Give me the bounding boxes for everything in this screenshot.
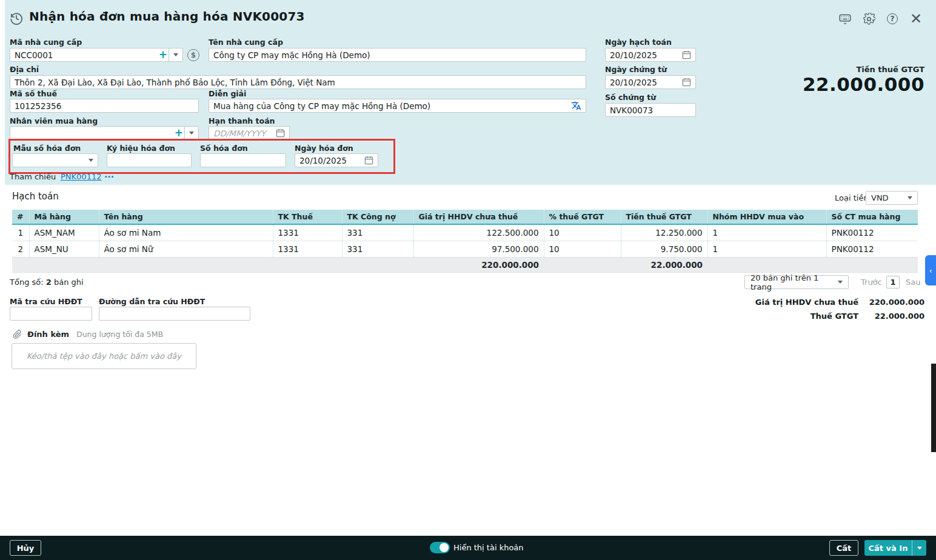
payment-due-label: Hạn thanh toán — [209, 116, 275, 125]
supplier-code-input[interactable] — [15, 50, 158, 60]
calendar-icon[interactable] — [276, 128, 285, 138]
invoice-date-field[interactable] — [295, 153, 378, 167]
add-buyer-icon[interactable]: + — [173, 128, 184, 138]
col-tax-account[interactable]: TK Thuế — [273, 210, 342, 224]
invoice-symbol-field[interactable] — [107, 153, 192, 167]
page-title: Nhận hóa đơn mua hàng hóa NVK00073 — [29, 9, 305, 24]
collapse-panel-tab[interactable]: ‹ — [925, 255, 936, 285]
col-purchase-doc[interactable]: Số CT mua hàng — [826, 210, 918, 224]
currency-dropdown[interactable]: VND — [866, 191, 918, 205]
help-icon[interactable]: ? — [886, 12, 899, 25]
scrollbar-thumb[interactable] — [931, 364, 936, 452]
save-and-print-button[interactable]: Cất và In — [864, 540, 926, 556]
supplier-name-field[interactable] — [209, 48, 586, 62]
table-header-row: # Mã hàng Tên hàng TK Thuế TK Công nợ Gi… — [12, 210, 918, 224]
invoice-number-label: Số hóa đơn — [200, 144, 248, 153]
supplier-dropdown-button[interactable] — [169, 48, 182, 61]
record-count-value: 2 — [46, 278, 52, 287]
invoice-number-input[interactable] — [205, 156, 281, 165]
history-icon[interactable] — [8, 10, 24, 26]
document-no-input[interactable] — [610, 105, 691, 115]
posting-date-label: Ngày hạch toán — [605, 38, 672, 47]
invoice-template-label: Mẫu số hóa đơn — [13, 144, 81, 153]
pagination-current-page[interactable]: 1 — [886, 276, 900, 288]
invoice-date-input[interactable] — [299, 156, 361, 165]
lookup-url-field[interactable] — [99, 307, 250, 321]
col-item-code[interactable]: Mã hàng — [29, 210, 99, 224]
col-vat-amount[interactable]: Tiền thuế GTGT — [621, 210, 707, 224]
page-size-dropdown[interactable]: 20 bản ghi trên 1 trang — [744, 275, 849, 289]
invoice-symbol-input[interactable] — [112, 156, 187, 165]
keyboard-shortcuts-icon[interactable] — [838, 12, 852, 25]
col-vat-percent[interactable]: % thuế GTGT — [544, 210, 621, 224]
add-supplier-icon[interactable]: + — [158, 50, 169, 60]
supplier-code-field[interactable]: + — [10, 48, 183, 62]
document-no-field[interactable] — [605, 103, 696, 117]
table-row[interactable]: 1 ASM_NAM Áo sơ mi Nam 1331 331 122.500.… — [12, 224, 918, 241]
col-item-name[interactable]: Tên hàng — [99, 210, 273, 224]
supplier-name-input[interactable] — [213, 50, 581, 60]
buyer-dropdown-button[interactable] — [184, 127, 198, 139]
lookup-code-field[interactable] — [10, 307, 92, 321]
address-input[interactable] — [15, 78, 581, 87]
summary-pre-tax: Giá trị HHDV chưa thuế 220.000.000 — [755, 298, 924, 307]
reference-label: Tham chiếu — [10, 172, 56, 181]
col-payable-account[interactable]: TK Công nợ — [342, 210, 413, 224]
invoice-symbol-label: Ký hiệu hóa đơn — [107, 144, 175, 153]
save-button[interactable]: Cất — [829, 540, 858, 556]
close-icon[interactable]: ✕ — [909, 12, 923, 25]
invoice-template-dropdown[interactable] — [12, 153, 98, 167]
file-dropzone[interactable]: Kéo/thả tệp vào đây hoặc bấm vào đây — [12, 343, 196, 369]
show-accounts-label: Hiển thị tài khoản — [453, 543, 524, 552]
chevron-left-icon: ‹ — [929, 266, 932, 275]
calendar-icon[interactable] — [682, 50, 691, 59]
document-date-input[interactable] — [610, 78, 678, 87]
address-field[interactable] — [10, 75, 586, 89]
lookup-url-input[interactable] — [104, 309, 246, 319]
pagination-next[interactable]: Sau — [906, 278, 920, 287]
document-date-label: Ngày chứng từ — [605, 65, 667, 74]
cancel-button[interactable]: Hủy — [10, 540, 41, 556]
total-pre-tax-value: 220.000.000 — [413, 257, 544, 272]
table-total-row: 220.000.000 22.000.000 — [12, 257, 918, 272]
address-label: Địa chỉ — [10, 65, 39, 74]
lookup-code-input[interactable] — [15, 309, 87, 319]
lookup-code-label: Mã tra cứu HĐĐT — [10, 297, 82, 306]
attachment-hint: Dung lượng tối đa 5MB — [76, 330, 163, 339]
col-index[interactable]: # — [12, 210, 29, 224]
pagination-prev[interactable]: Trước — [861, 278, 882, 287]
posting-date-field[interactable] — [605, 48, 696, 62]
document-date-field[interactable] — [605, 75, 696, 89]
accounting-section-title: Hạch toán — [12, 191, 59, 202]
payment-due-field[interactable] — [209, 126, 290, 140]
tax-code-label: Mã số thuế — [10, 89, 57, 98]
description-label: Diễn giải — [209, 89, 246, 98]
total-vat-amount: 22.000.000 — [621, 257, 707, 272]
tax-code-input[interactable] — [15, 101, 194, 111]
payment-due-input[interactable] — [213, 128, 272, 138]
currency-dollar-icon[interactable]: $ — [187, 49, 199, 61]
supplier-code-label: Mã nhà cung cấp — [10, 38, 82, 47]
invoice-number-field[interactable] — [200, 153, 286, 167]
reference-link[interactable]: PNK00112 — [61, 172, 101, 181]
translate-icon[interactable] — [571, 101, 581, 111]
description-field[interactable] — [209, 99, 586, 113]
show-accounts-toggle[interactable] — [430, 542, 450, 553]
col-goods-group[interactable]: Nhóm HHDV mua vào — [707, 210, 826, 224]
col-pre-tax-value[interactable]: Giá trị HHDV chưa thuế — [413, 210, 544, 224]
save-options-dropdown[interactable] — [912, 540, 926, 556]
record-count: Tổng số: 2 bản ghi — [10, 278, 84, 287]
calendar-icon[interactable] — [364, 156, 373, 165]
buyer-field[interactable]: + — [10, 126, 199, 140]
table-row[interactable]: 2 ASM_NU Áo sơ mi Nữ 1331 331 97.500.000… — [12, 241, 918, 257]
buyer-input[interactable] — [15, 128, 173, 138]
posting-date-input[interactable] — [610, 50, 678, 60]
vat-total-label: Tiền thuế GTGT — [856, 65, 924, 74]
description-input[interactable] — [213, 101, 567, 111]
invoice-date-label: Ngày hóa đơn — [295, 144, 353, 153]
reference-more-link[interactable]: ... — [104, 170, 114, 179]
tax-code-field[interactable] — [10, 99, 199, 113]
calendar-icon[interactable] — [682, 78, 691, 87]
vat-total-amount: 22.000.000 — [803, 73, 924, 95]
settings-gear-icon[interactable] — [862, 12, 875, 25]
